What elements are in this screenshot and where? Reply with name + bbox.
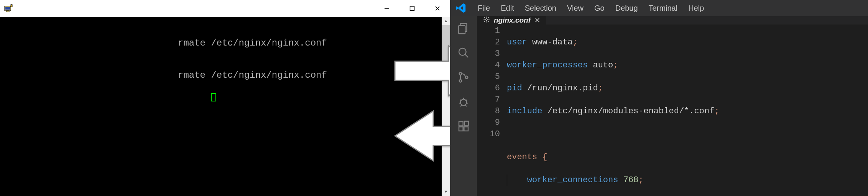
line-number: 3 (477, 48, 500, 60)
menu-debug[interactable]: Debug (610, 0, 643, 16)
explorer-icon[interactable] (457, 21, 470, 35)
vscode-menubar: File Edit Selection View Go Debug Termin… (450, 0, 868, 16)
svg-rect-10 (459, 26, 465, 34)
menu-selection[interactable]: Selection (519, 0, 562, 16)
code-token: user (507, 38, 527, 47)
svg-point-14 (459, 80, 462, 82)
gear-icon (483, 16, 490, 24)
tab-nginx-conf[interactable]: nginx.conf ✕ (477, 16, 547, 24)
code-token: ; (598, 83, 603, 93)
menu-label: Selection (525, 4, 556, 13)
line-number: 8 (477, 106, 500, 117)
line-number: 10 (477, 129, 500, 140)
line-number: 9 (477, 117, 500, 129)
source-control-icon[interactable] (457, 70, 470, 84)
line-number: 6 (477, 83, 500, 94)
code-token: include (507, 106, 542, 116)
terminal-output[interactable]: rmate /etc/nginx/nginx.conf rmate /etc/n… (0, 17, 450, 196)
menu-label: Go (594, 4, 605, 13)
scroll-down-icon[interactable] (442, 188, 450, 196)
svg-rect-25 (459, 127, 463, 131)
code-content[interactable]: user www-data; worker_processes auto; pi… (507, 24, 868, 196)
putty-icon (4, 4, 13, 13)
code-token: /etc/nginx/modules-enabled/*.conf (547, 106, 715, 116)
code-token: { (542, 152, 547, 162)
menu-terminal[interactable]: Terminal (643, 0, 683, 16)
code-token: worker_connections (527, 175, 618, 185)
svg-line-21 (466, 103, 468, 103)
svg-rect-24 (459, 122, 463, 126)
scroll-up-icon[interactable] (442, 17, 450, 25)
menu-label: Terminal (649, 4, 678, 13)
svg-line-20 (459, 103, 461, 103)
svg-line-12 (465, 54, 468, 57)
line-number-gutter: 1 2 3 4 5 6 7 8 9 10 (477, 24, 507, 196)
code-token: www-data (532, 38, 573, 47)
terminal-cursor (211, 93, 216, 101)
svg-line-22 (460, 105, 462, 106)
svg-line-23 (465, 105, 467, 106)
svg-point-13 (459, 72, 462, 75)
editor-area: nginx.conf ✕ c: Users Luc AppData Local … (477, 16, 868, 196)
putty-titlebar[interactable] (0, 0, 450, 17)
svg-point-11 (459, 48, 466, 56)
window-controls (374, 0, 450, 17)
minimize-button[interactable] (374, 0, 399, 17)
line-number: 1 (477, 25, 500, 37)
terminal-line: rmate /etc/nginx/nginx.conf (1, 70, 450, 81)
code-token: /run/nginx.pid (527, 83, 598, 93)
code-token: ; (573, 38, 578, 47)
svg-rect-4 (6, 11, 9, 12)
code-token: events (507, 152, 537, 162)
menu-edit[interactable]: Edit (495, 0, 519, 16)
debug-icon[interactable] (457, 95, 470, 109)
code-token: ; (613, 60, 618, 70)
menu-label: Help (688, 4, 704, 13)
tab-label: nginx.conf (494, 16, 531, 24)
menu-file[interactable]: File (472, 0, 495, 16)
svg-rect-27 (465, 121, 469, 126)
maximize-button[interactable] (399, 0, 425, 17)
svg-rect-26 (464, 127, 468, 131)
menu-view[interactable]: View (562, 0, 589, 16)
menu-label: Edit (501, 4, 514, 13)
svg-rect-1 (5, 7, 10, 10)
menu-label: File (478, 4, 490, 13)
tab-bar: nginx.conf ✕ (477, 16, 868, 24)
line-number: 4 (477, 60, 500, 71)
terminal-line: rmate /etc/nginx/nginx.conf (1, 38, 450, 49)
code-editor[interactable]: 1 2 3 4 5 6 7 8 9 10 user www-data; work… (477, 24, 868, 196)
close-button[interactable] (425, 0, 450, 17)
svg-point-28 (486, 19, 488, 21)
code-token: pid (507, 83, 522, 93)
code-token: ; (714, 106, 719, 116)
svg-rect-6 (410, 7, 414, 11)
line-number: 7 (477, 94, 500, 106)
menu-label: Debug (615, 4, 638, 13)
extensions-icon[interactable] (457, 119, 470, 133)
menu-help[interactable]: Help (683, 0, 709, 16)
activity-bar (450, 16, 477, 196)
line-number: 5 (477, 71, 500, 83)
close-icon[interactable]: ✕ (534, 17, 540, 24)
vscode-window: File Edit Selection View Go Debug Termin… (450, 0, 868, 196)
code-token: auto (593, 60, 613, 70)
code-token: worker_processes (507, 60, 588, 70)
putty-window: rmate /etc/nginx/nginx.conf rmate /etc/n… (0, 0, 450, 196)
menu-label: View (567, 4, 584, 13)
search-icon[interactable] (457, 46, 470, 60)
menu-go[interactable]: Go (589, 0, 610, 16)
vscode-logo-icon (455, 3, 466, 13)
line-number: 2 (477, 37, 500, 48)
code-token: ; (638, 175, 643, 185)
code-token: 768 (623, 175, 639, 185)
svg-rect-2 (11, 5, 12, 7)
